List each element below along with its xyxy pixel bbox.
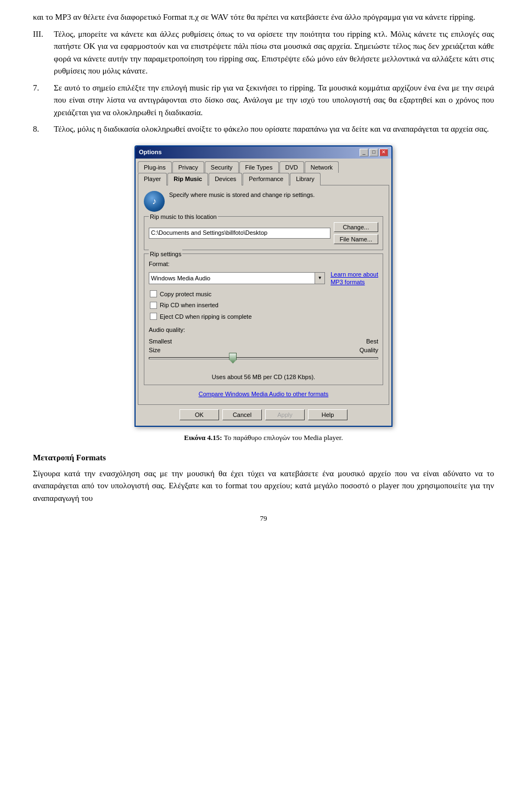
checkbox-eject[interactable]: Eject CD when ripping is complete [149,312,378,322]
audio-quality-label: Audio quality: [149,325,378,335]
tab-privacy[interactable]: Privacy [172,161,204,173]
quality-labels: Smallest Size Best Quality [149,337,378,355]
apply-button[interactable]: Apply [265,409,305,420]
tab-plugins[interactable]: Plug-ins [138,161,172,173]
tab-devices[interactable]: Devices [209,173,242,185]
tab-dvd[interactable]: DVD [279,161,304,173]
maximize-button[interactable]: □ [369,149,378,156]
tab-content-ripmusic: Specify where music is stored and change… [138,185,389,405]
slider-track [149,357,378,359]
learn-more-link[interactable]: Learn more about MP3 formats [330,270,378,286]
rip-location-label: Rip music to this location [149,212,218,222]
numbered-item-3: III. Τέλος, μπορείτε να κάνετε και άλλες… [33,28,494,77]
minimize-button[interactable]: _ [360,149,368,156]
dialog-titlebar: Options _ □ ✕ [136,146,391,159]
dialog-icon [144,191,165,212]
bottom-paragraph: Σίγουρα κατά την ενασχόληση σας με την μ… [33,467,494,505]
tab-filetypes[interactable]: File Types [239,161,279,173]
compare-link[interactable]: Compare Windows Media Audio to other for… [144,390,383,399]
rip-location-group: Rip music to this location C:\Documents … [144,216,383,250]
quality-slider[interactable] [149,357,378,370]
checkbox-rip-cd[interactable]: Rip CD when inserted [149,301,378,310]
tab-network[interactable]: Network [305,161,339,173]
checkbox-copy-protect-box[interactable] [150,290,157,297]
path-box: C:\Documents and Settings\billfoto\Deskt… [149,228,330,239]
checkbox-copy-protect[interactable]: Copy protect music [149,290,378,299]
cancel-button[interactable]: Cancel [222,409,262,420]
dropdown-arrow: ▼ [315,273,324,284]
dialog-header: Specify where music is stored and change… [144,191,383,212]
dialog-title: Options [139,148,162,157]
quality-section: Audio quality: Smallest Size Best Qualit… [149,325,378,381]
slider-thumb [229,353,237,364]
checkbox-rip-cd-box[interactable] [150,302,157,309]
paragraph-1: και το MP3 αν θέλετε ένα διαφορετικό For… [33,11,494,24]
format-label: Format: [149,260,378,269]
path-row: C:\Documents and Settings\billfoto\Deskt… [149,222,378,244]
format-row: Windows Media Audio ▼ Learn more about M… [149,270,378,286]
tab-security[interactable]: Security [205,161,239,173]
tab-player[interactable]: Player [138,173,167,185]
options-dialog: Options _ □ ✕ Plug-ins Privacy Security … [134,145,393,427]
dialog-footer: OK Cancel Apply Help [136,405,391,426]
page-number: 79 [33,513,494,524]
titlebar-buttons: _ □ ✕ [360,149,388,156]
location-buttons: Change... File Name... [334,222,378,244]
tab-library[interactable]: Library [290,173,321,185]
ok-button[interactable]: OK [180,409,219,420]
numbered-item-8: 8. Τέλος, μόλις η διαδικασία ολοκληρωθεί… [33,123,494,136]
format-select[interactable]: Windows Media Audio ▼ [149,272,325,284]
close-button[interactable]: ✕ [379,149,388,156]
numbered-item-7: 7. Σε αυτό το σημείο επιλέξτε την επιλογ… [33,82,494,119]
tabs-row-2: Player Rip Music Devices Performance Lib… [136,172,391,185]
slider-usage: Uses about 56 MB per CD (128 Kbps). [149,373,378,382]
section-heading: Μετατροπή Formats [33,452,494,464]
caption: Εικόνα 4.15: Το παράθυρο επιλογών του Me… [33,432,494,443]
dialog-header-text: Specify where music is stored and change… [169,191,315,199]
tab-performance[interactable]: Performance [243,173,289,185]
rip-settings-label: Rip settings [149,250,182,259]
help-button[interactable]: Help [308,409,347,420]
checkbox-eject-box[interactable] [150,313,157,320]
rip-settings-group: Rip settings Format: Windows Media Audio… [144,253,383,386]
tab-ripmusic[interactable]: Rip Music [167,173,208,185]
filename-button[interactable]: File Name... [334,234,378,244]
tabs-row-1: Plug-ins Privacy Security File Types DVD… [136,159,391,173]
dialog-wrapper: Options _ □ ✕ Plug-ins Privacy Security … [33,145,494,427]
change-button[interactable]: Change... [334,222,378,232]
